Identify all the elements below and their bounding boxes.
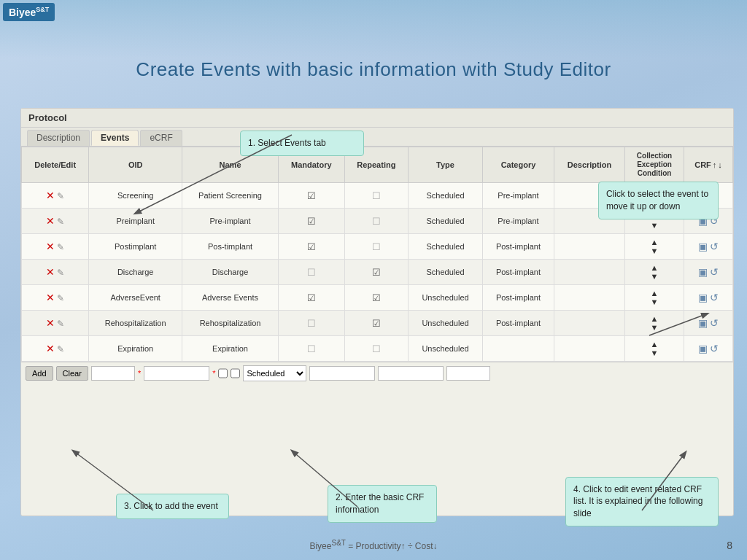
row-type: Unscheduled <box>409 336 483 362</box>
footer-text: BiyeeS&T = Productivity↑ ÷ Cost↓ <box>309 541 437 551</box>
row-description <box>554 285 624 311</box>
row-name: Discharge <box>182 260 279 285</box>
row-name: Patient Screening <box>182 183 279 209</box>
edit-icon[interactable]: ✎ <box>57 191 64 201</box>
move-icon[interactable]: ↺ <box>710 317 719 329</box>
delete-icon[interactable]: ✕ <box>46 292 55 303</box>
row-oid: Rehospitalization <box>89 311 182 336</box>
row-oid: AdverseEvent <box>89 285 182 311</box>
edit-icon[interactable]: ✎ <box>57 242 64 252</box>
add-button[interactable]: Add <box>26 366 53 381</box>
row-category: Post-implant <box>483 260 554 285</box>
row-mandatory: ☐ <box>278 260 344 285</box>
row-type: Scheduled <box>409 209 483 234</box>
callout-select-events-text: Select Events tab <box>258 138 325 148</box>
row-repeating: ☐ <box>344 234 408 260</box>
col-oid: OID <box>89 147 182 183</box>
row-collection: ▲▼ <box>625 311 684 336</box>
crf-up-icon[interactable]: ↑ <box>713 160 717 169</box>
move-icon[interactable]: ↺ <box>710 343 719 354</box>
table-row: ✕ ✎ Rehospitalization Rehospitalization … <box>22 311 733 336</box>
row-crf: ▣ ↺ <box>684 234 733 260</box>
row-repeating: ☐ <box>344 209 408 234</box>
new-name-input[interactable] <box>144 366 209 381</box>
new-oid-input[interactable] <box>91 366 135 381</box>
required-star-1: * <box>138 369 141 378</box>
row-crf: ▣ ↺ <box>684 336 733 362</box>
delete-icon[interactable]: ✕ <box>46 343 55 354</box>
tab-events[interactable]: Events <box>91 130 139 146</box>
row-type: Scheduled <box>409 183 483 209</box>
edit-icon[interactable]: ✎ <box>57 344 64 354</box>
callout-move-event: Click to select the event to move it up … <box>598 182 719 219</box>
row-name: Expiration <box>182 336 279 362</box>
row-category: Pre-implant <box>483 183 554 209</box>
callout-select-events: 1. Select Events tab <box>240 131 364 156</box>
row-actions: ✕ ✎ <box>22 209 89 234</box>
row-category: Pre-implant <box>483 209 554 234</box>
logo-text: Biyee <box>9 7 36 18</box>
delete-icon[interactable]: ✕ <box>46 215 55 227</box>
move-icon[interactable]: ↺ <box>710 292 719 303</box>
table-row: ✕ ✎ Expiration Expiration ☐ ☐ Unschedule… <box>22 336 733 362</box>
row-description <box>554 260 624 285</box>
row-collection: ▲▼ <box>625 234 684 260</box>
callout-add-event: 3. Click to add the event <box>116 494 229 519</box>
tab-description[interactable]: Description <box>27 130 90 146</box>
delete-icon[interactable]: ✕ <box>46 266 55 278</box>
edit-icon[interactable]: ✎ <box>57 319 64 329</box>
events-table: Delete/Edit OID Name Mandatory Repeating… <box>21 147 733 362</box>
row-mandatory: ☑ <box>278 183 344 209</box>
edit-icon[interactable]: ✎ <box>57 293 64 303</box>
row-name: Adverse Events <box>182 285 279 311</box>
table-row: ✕ ✎ Postimplant Pos-timplant ☑ ☐ Schedul… <box>22 234 733 260</box>
row-category: Post-implant <box>483 234 554 260</box>
row-oid: Expiration <box>89 336 182 362</box>
tabs-bar: Description Events eCRF <box>21 128 733 147</box>
new-description-input[interactable] <box>378 366 444 381</box>
move-icon[interactable]: ↺ <box>710 241 719 252</box>
page-title: Create Events with basic information wit… <box>0 58 747 81</box>
crf-icon[interactable]: ▣ <box>698 343 708 354</box>
row-mandatory: ☑ <box>278 234 344 260</box>
row-category: Post-implant <box>483 311 554 336</box>
new-type-select[interactable]: Scheduled Unscheduled <box>243 365 306 381</box>
clear-button[interactable]: Clear <box>56 366 88 381</box>
new-mandatory-checkbox[interactable] <box>218 366 228 381</box>
row-actions: ✕ ✎ <box>22 336 89 362</box>
required-star-2: * <box>212 369 215 378</box>
footer: BiyeeS&T = Productivity↑ ÷ Cost↓ <box>0 539 747 551</box>
crf-icon[interactable]: ▣ <box>698 317 708 329</box>
callout-number-1: 1. <box>248 138 255 148</box>
row-type: Scheduled <box>409 234 483 260</box>
col-type: Type <box>409 147 483 183</box>
row-collection: ▲▼ <box>625 260 684 285</box>
crf-icon[interactable]: ▣ <box>698 241 708 252</box>
delete-icon[interactable]: ✕ <box>46 190 55 201</box>
tab-ecrf[interactable]: eCRF <box>140 130 182 146</box>
row-description <box>554 336 624 362</box>
row-type: Unscheduled <box>409 311 483 336</box>
callout-edit-crf-text: Click to edit event related CRF list. It… <box>573 484 703 519</box>
edit-icon[interactable]: ✎ <box>57 217 64 227</box>
crf-down-icon[interactable]: ↓ <box>718 160 722 169</box>
new-category-input[interactable] <box>309 366 375 381</box>
row-repeating: ☑ <box>344 285 408 311</box>
delete-icon[interactable]: ✕ <box>46 241 55 252</box>
crf-icon[interactable]: ▣ <box>698 266 708 278</box>
row-name: Pos-timplant <box>182 234 279 260</box>
move-icon[interactable]: ↺ <box>710 266 719 278</box>
callout-number-2: 2. <box>336 492 343 502</box>
new-repeating-checkbox[interactable] <box>231 366 240 381</box>
row-repeating: ☑ <box>344 260 408 285</box>
row-actions: ✕ ✎ <box>22 183 89 209</box>
col-description: Description <box>554 147 624 183</box>
row-crf: ▣ ↺ <box>684 311 733 336</box>
edit-icon[interactable]: ✎ <box>57 268 64 278</box>
row-mandatory: ☑ <box>278 209 344 234</box>
crf-icon[interactable]: ▣ <box>698 292 708 303</box>
row-category: Post-implant <box>483 285 554 311</box>
row-actions: ✕ ✎ <box>22 285 89 311</box>
delete-icon[interactable]: ✕ <box>46 317 55 329</box>
new-collection-input[interactable] <box>446 366 490 381</box>
